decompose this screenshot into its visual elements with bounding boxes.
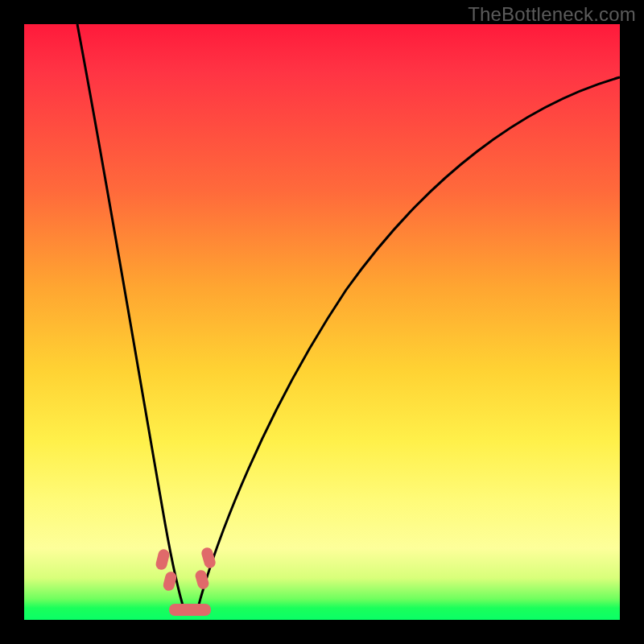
right-marker-upper xyxy=(200,547,217,570)
left-marker-lower xyxy=(162,571,177,592)
left-marker-upper xyxy=(155,548,171,572)
right-marker-lower xyxy=(194,569,210,591)
watermark-text: TheBottleneck.com xyxy=(468,3,636,26)
marker-layer xyxy=(24,24,620,620)
bottom-blob xyxy=(169,604,211,616)
chart-frame: TheBottleneck.com xyxy=(0,0,644,644)
